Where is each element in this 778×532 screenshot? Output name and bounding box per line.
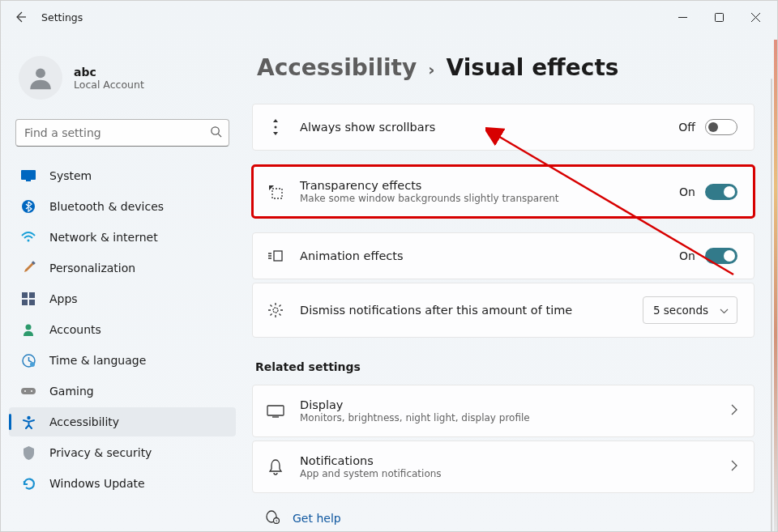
setting-dismiss-notifications[interactable]: Dismiss notifications after this amount … xyxy=(252,283,754,338)
svg-rect-15 xyxy=(21,388,36,394)
sidebar-item-system[interactable]: System xyxy=(9,161,236,190)
get-help-link[interactable]: ? Get help xyxy=(265,509,754,527)
profile-sub: Local Account xyxy=(74,79,144,91)
maximize-button[interactable] xyxy=(701,4,737,30)
related-display[interactable]: Display Monitors, brightness, night ligh… xyxy=(252,385,754,437)
clock-globe-icon xyxy=(20,352,36,368)
sidebar-item-windows-update[interactable]: Windows Update xyxy=(9,469,236,498)
sidebar-item-label: Apps xyxy=(49,292,78,305)
brightness-icon xyxy=(266,300,285,320)
sidebar-item-time-language[interactable]: Time & language xyxy=(9,346,236,375)
setting-sub: App and system notifications xyxy=(300,468,716,479)
sidebar-item-label: Privacy & security xyxy=(49,446,152,459)
setting-title: Dismiss notifications after this amount … xyxy=(300,304,628,317)
toggle-state-label: On xyxy=(679,185,695,198)
window-title: Settings xyxy=(41,11,83,23)
transparency-toggle[interactable] xyxy=(705,184,737,200)
shield-icon xyxy=(20,445,36,461)
close-icon xyxy=(751,13,760,22)
related-settings-heading: Related settings xyxy=(255,360,754,373)
chevron-right-icon xyxy=(731,459,737,475)
setting-title: Animation effects xyxy=(300,249,665,262)
breadcrumb-parent[interactable]: Accessibility xyxy=(257,54,417,81)
svg-point-19 xyxy=(275,126,277,129)
setting-scrollbars[interactable]: Always show scrollbars Off xyxy=(252,104,754,151)
svg-point-22 xyxy=(273,308,278,313)
search-icon xyxy=(210,126,222,141)
animation-toggle[interactable] xyxy=(705,248,737,264)
setting-title: Always show scrollbars xyxy=(300,121,664,134)
sidebar-item-bluetooth[interactable]: Bluetooth & devices xyxy=(9,192,236,221)
titlebar: Settings xyxy=(1,1,777,33)
chevron-right-icon xyxy=(731,403,737,419)
bell-icon xyxy=(266,458,285,477)
sidebar-item-apps[interactable]: Apps xyxy=(9,284,236,313)
svg-point-12 xyxy=(26,325,32,330)
apps-icon xyxy=(20,291,36,307)
dismiss-duration-select[interactable]: 5 seconds xyxy=(643,296,737,324)
setting-title: Display xyxy=(300,398,716,411)
minimize-icon xyxy=(678,13,687,22)
setting-title: Transparency effects xyxy=(300,179,665,192)
setting-transparency[interactable]: Transparency effects Make some window ba… xyxy=(252,165,754,218)
toggle-state-label: On xyxy=(679,249,695,262)
sidebar-item-label: Accounts xyxy=(49,323,101,336)
sidebar-item-personalization[interactable]: Personalization xyxy=(9,253,236,283)
sidebar-item-privacy[interactable]: Privacy & security xyxy=(9,438,236,467)
transparency-icon xyxy=(266,182,285,202)
svg-rect-8 xyxy=(22,292,28,298)
svg-text:?: ? xyxy=(276,519,278,524)
toggle-state-label: Off xyxy=(678,121,695,134)
sidebar-item-accessibility[interactable]: Accessibility xyxy=(9,407,236,436)
close-button[interactable] xyxy=(737,4,774,30)
setting-sub: Make some window backgrounds slightly tr… xyxy=(300,193,665,204)
svg-point-6 xyxy=(28,240,30,242)
minimize-button[interactable] xyxy=(665,4,701,30)
sidebar-item-label: Personalization xyxy=(49,262,135,275)
svg-rect-9 xyxy=(29,292,35,298)
sidebar-item-accounts[interactable]: Accounts xyxy=(9,315,236,344)
scrollbar[interactable] xyxy=(771,79,772,531)
chevron-down-icon xyxy=(720,304,729,317)
setting-sub: Monitors, brightness, night light, displ… xyxy=(300,412,716,423)
svg-point-1 xyxy=(36,68,45,78)
svg-rect-3 xyxy=(21,170,36,180)
setting-title: Notifications xyxy=(300,454,716,467)
svg-point-17 xyxy=(31,390,32,392)
svg-rect-20 xyxy=(272,189,282,198)
setting-animation[interactable]: Animation effects On xyxy=(252,232,754,279)
maximize-icon xyxy=(715,13,724,22)
wifi-icon xyxy=(20,229,36,245)
profile[interactable]: abc Local Account xyxy=(9,46,236,119)
help-icon: ? xyxy=(265,509,280,527)
search-input[interactable] xyxy=(24,126,210,139)
select-value: 5 seconds xyxy=(653,304,708,317)
sidebar-item-label: Time & language xyxy=(49,354,146,367)
sidebar-item-label: Windows Update xyxy=(49,477,145,490)
sidebar-item-label: Bluetooth & devices xyxy=(49,200,164,213)
svg-rect-0 xyxy=(716,13,724,21)
back-button[interactable] xyxy=(4,1,36,33)
profile-name: abc xyxy=(74,66,144,79)
scrollbars-toggle[interactable] xyxy=(705,119,737,135)
sidebar: abc Local Account System Bluetooth & dev… xyxy=(1,33,244,531)
display-icon xyxy=(266,402,285,421)
sidebar-item-label: Network & internet xyxy=(49,231,158,244)
search-box[interactable] xyxy=(15,119,229,147)
svg-rect-4 xyxy=(26,180,31,181)
profile-text: abc Local Account xyxy=(74,66,144,91)
sidebar-item-label: Accessibility xyxy=(49,415,119,428)
sidebar-item-gaming[interactable]: Gaming xyxy=(9,377,236,406)
related-notifications[interactable]: Notifications App and system notificatio… xyxy=(252,440,754,493)
brush-icon xyxy=(20,260,36,276)
svg-point-18 xyxy=(27,415,30,419)
window-edge-strip xyxy=(774,40,777,531)
update-icon xyxy=(20,475,36,492)
svg-point-14 xyxy=(30,362,35,367)
sidebar-item-network[interactable]: Network & internet xyxy=(9,223,236,252)
accessibility-icon xyxy=(20,414,36,430)
sidebar-item-label: System xyxy=(49,169,92,182)
bluetooth-icon xyxy=(20,198,36,215)
gamepad-icon xyxy=(20,383,36,399)
person-icon xyxy=(20,321,36,338)
